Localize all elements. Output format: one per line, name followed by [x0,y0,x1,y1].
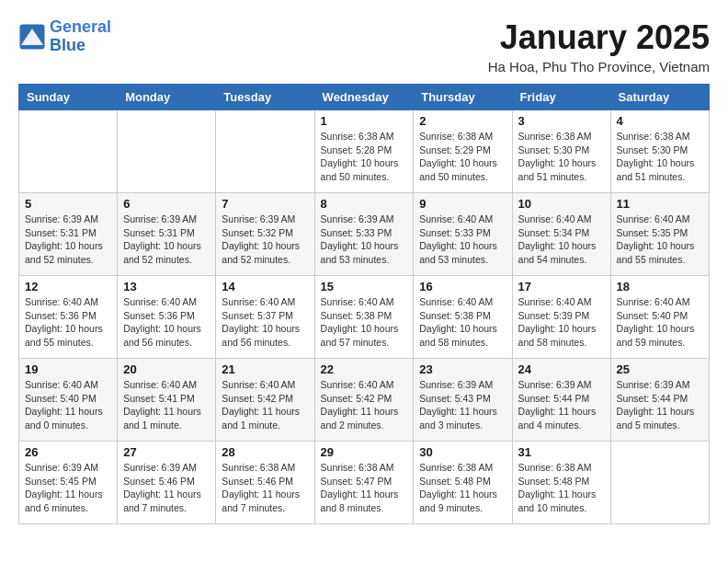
calendar-cell: 2Sunrise: 6:38 AM Sunset: 5:29 PM Daylig… [414,110,512,193]
day-info: Sunrise: 6:40 AM Sunset: 5:37 PM Dayligh… [222,295,308,350]
day-number: 9 [419,197,506,211]
day-info: Sunrise: 6:39 AM Sunset: 5:33 PM Dayligh… [321,213,408,267]
day-number: 31 [518,445,605,459]
calendar-cell: 19Sunrise: 6:40 AM Sunset: 5:40 PM Dayli… [19,359,118,442]
calendar-cell: 5Sunrise: 6:39 AM Sunset: 5:31 PM Daylig… [19,193,118,276]
calendar-cell: 1Sunrise: 6:38 AM Sunset: 5:28 PM Daylig… [314,110,414,193]
day-info: Sunrise: 6:40 AM Sunset: 5:34 PM Dayligh… [518,213,605,267]
day-number: 16 [419,280,506,293]
day-number: 28 [222,445,308,459]
calendar-cell: 16Sunrise: 6:40 AM Sunset: 5:38 PM Dayli… [414,276,512,359]
calendar-cell: 13Sunrise: 6:40 AM Sunset: 5:36 PM Dayli… [118,276,216,359]
weekday-header-sunday: Sunday [19,85,118,110]
day-info: Sunrise: 6:38 AM Sunset: 5:30 PM Dayligh… [617,130,703,184]
calendar-table: SundayMondayTuesdayWednesdayThursdayFrid… [18,84,710,524]
day-info: Sunrise: 6:39 AM Sunset: 5:45 PM Dayligh… [25,461,111,515]
day-info: Sunrise: 6:38 AM Sunset: 5:47 PM Dayligh… [321,461,408,515]
week-row-3: 12Sunrise: 6:40 AM Sunset: 5:36 PM Dayli… [19,276,710,359]
day-info: Sunrise: 6:38 AM Sunset: 5:46 PM Dayligh… [222,461,308,515]
day-number: 10 [518,197,605,211]
day-info: Sunrise: 6:39 AM Sunset: 5:31 PM Dayligh… [25,213,111,267]
calendar-cell: 25Sunrise: 6:39 AM Sunset: 5:44 PM Dayli… [610,359,709,442]
day-number: 14 [222,280,308,293]
calendar-cell: 24Sunrise: 6:39 AM Sunset: 5:44 PM Dayli… [512,359,610,442]
calendar-cell: 4Sunrise: 6:38 AM Sunset: 5:30 PM Daylig… [610,110,709,193]
week-row-5: 26Sunrise: 6:39 AM Sunset: 5:45 PM Dayli… [19,442,710,524]
calendar-cell [610,442,709,524]
calendar-cell: 12Sunrise: 6:40 AM Sunset: 5:36 PM Dayli… [19,276,118,359]
calendar-cell: 23Sunrise: 6:39 AM Sunset: 5:43 PM Dayli… [414,359,512,442]
day-info: Sunrise: 6:39 AM Sunset: 5:32 PM Dayligh… [222,213,308,267]
day-info: Sunrise: 6:39 AM Sunset: 5:44 PM Dayligh… [617,378,703,432]
week-row-1: 1Sunrise: 6:38 AM Sunset: 5:28 PM Daylig… [19,110,710,193]
weekday-row: SundayMondayTuesdayWednesdayThursdayFrid… [19,85,710,110]
day-number: 26 [25,445,111,459]
calendar-cell [19,110,118,193]
calendar-cell: 3Sunrise: 6:38 AM Sunset: 5:30 PM Daylig… [512,110,610,193]
week-row-2: 5Sunrise: 6:39 AM Sunset: 5:31 PM Daylig… [19,193,710,276]
calendar-cell: 15Sunrise: 6:40 AM Sunset: 5:38 PM Dayli… [314,276,414,359]
calendar-cell: 8Sunrise: 6:39 AM Sunset: 5:33 PM Daylig… [314,193,414,276]
day-number: 29 [321,445,408,459]
calendar-cell: 6Sunrise: 6:39 AM Sunset: 5:31 PM Daylig… [118,193,216,276]
logo: General Blue [18,18,111,55]
calendar-cell: 18Sunrise: 6:40 AM Sunset: 5:40 PM Dayli… [610,276,709,359]
calendar-cell: 14Sunrise: 6:40 AM Sunset: 5:37 PM Dayli… [216,276,314,359]
day-number: 8 [321,197,408,211]
calendar-body: 1Sunrise: 6:38 AM Sunset: 5:28 PM Daylig… [19,110,710,524]
day-info: Sunrise: 6:38 AM Sunset: 5:30 PM Dayligh… [518,130,605,184]
day-number: 11 [617,197,703,211]
calendar-header: SundayMondayTuesdayWednesdayThursdayFrid… [19,85,710,110]
day-info: Sunrise: 6:40 AM Sunset: 5:35 PM Dayligh… [617,213,703,267]
day-number: 23 [419,362,506,376]
weekday-header-wednesday: Wednesday [314,85,414,110]
day-number: 30 [419,445,506,459]
calendar-cell: 11Sunrise: 6:40 AM Sunset: 5:35 PM Dayli… [610,193,709,276]
day-info: Sunrise: 6:40 AM Sunset: 5:36 PM Dayligh… [123,295,210,350]
day-info: Sunrise: 6:39 AM Sunset: 5:43 PM Dayligh… [419,378,506,432]
calendar-cell: 9Sunrise: 6:40 AM Sunset: 5:33 PM Daylig… [414,193,512,276]
day-number: 19 [25,362,111,376]
calendar-cell [216,110,314,193]
calendar-cell: 21Sunrise: 6:40 AM Sunset: 5:42 PM Dayli… [216,359,314,442]
calendar-cell: 27Sunrise: 6:39 AM Sunset: 5:46 PM Dayli… [118,442,216,524]
day-number: 24 [518,362,605,376]
day-number: 4 [617,114,703,128]
logo-text: General Blue [50,18,111,55]
weekday-header-friday: Friday [512,85,610,110]
day-number: 12 [25,280,111,293]
day-number: 6 [123,197,210,211]
weekday-header-tuesday: Tuesday [216,85,314,110]
day-number: 15 [321,280,408,293]
calendar-cell: 17Sunrise: 6:40 AM Sunset: 5:39 PM Dayli… [512,276,610,359]
day-number: 20 [123,362,210,376]
day-info: Sunrise: 6:40 AM Sunset: 5:40 PM Dayligh… [617,295,703,350]
calendar-cell: 7Sunrise: 6:39 AM Sunset: 5:32 PM Daylig… [216,193,314,276]
weekday-header-thursday: Thursday [414,85,512,110]
day-number: 13 [123,280,210,293]
calendar-cell [118,110,216,193]
day-number: 3 [518,114,605,128]
calendar-title: January 2025 [488,18,710,57]
calendar-cell: 31Sunrise: 6:38 AM Sunset: 5:48 PM Dayli… [512,442,610,524]
calendar-subtitle: Ha Hoa, Phu Tho Province, Vietnam [488,59,710,75]
day-info: Sunrise: 6:40 AM Sunset: 5:33 PM Dayligh… [419,213,506,267]
day-number: 2 [419,114,506,128]
day-info: Sunrise: 6:40 AM Sunset: 5:42 PM Dayligh… [321,378,408,432]
day-info: Sunrise: 6:38 AM Sunset: 5:29 PM Dayligh… [419,130,506,184]
week-row-4: 19Sunrise: 6:40 AM Sunset: 5:40 PM Dayli… [19,359,710,442]
day-number: 25 [617,362,703,376]
day-info: Sunrise: 6:38 AM Sunset: 5:48 PM Dayligh… [419,461,506,515]
day-info: Sunrise: 6:39 AM Sunset: 5:46 PM Dayligh… [123,461,210,515]
day-info: Sunrise: 6:40 AM Sunset: 5:39 PM Dayligh… [518,295,605,350]
day-info: Sunrise: 6:40 AM Sunset: 5:42 PM Dayligh… [222,378,308,432]
day-number: 21 [222,362,308,376]
day-number: 27 [123,445,210,459]
logo-line2: Blue [50,36,85,54]
calendar-cell: 29Sunrise: 6:38 AM Sunset: 5:47 PM Dayli… [314,442,414,524]
page-header: General Blue January 2025 Ha Hoa, Phu Th… [18,18,710,75]
day-number: 1 [321,114,408,128]
calendar-cell: 30Sunrise: 6:38 AM Sunset: 5:48 PM Dayli… [414,442,512,524]
title-section: January 2025 Ha Hoa, Phu Tho Province, V… [488,18,710,75]
day-info: Sunrise: 6:39 AM Sunset: 5:31 PM Dayligh… [123,213,210,267]
